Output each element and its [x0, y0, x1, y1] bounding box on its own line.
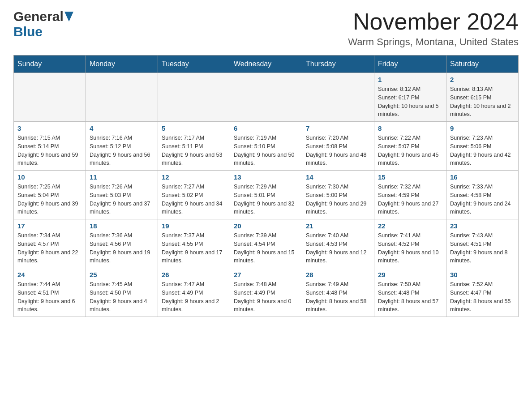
- logo-general-text: General: [13, 9, 64, 24]
- day-info: Sunrise: 8:13 AMSunset: 6:15 PMDaylight:…: [450, 85, 515, 119]
- calendar-cell: [158, 73, 230, 122]
- logo-arrow-icon: [64, 12, 73, 21]
- day-number: 9: [450, 124, 515, 132]
- day-number: 19: [162, 222, 226, 230]
- day-info: Sunrise: 7:49 AMSunset: 4:48 PMDaylight:…: [306, 280, 370, 314]
- calendar-cell: 9Sunrise: 7:23 AMSunset: 5:06 PMDaylight…: [446, 122, 519, 171]
- day-info: Sunrise: 7:22 AMSunset: 5:07 PMDaylight:…: [378, 134, 442, 167]
- calendar-cell: 23Sunrise: 7:43 AMSunset: 4:51 PMDayligh…: [446, 219, 519, 268]
- day-info: Sunrise: 7:37 AMSunset: 4:55 PMDaylight:…: [162, 231, 226, 265]
- day-info: Sunrise: 7:50 AMSunset: 4:48 PMDaylight:…: [378, 280, 442, 314]
- day-number: 7: [306, 124, 370, 132]
- day-info: Sunrise: 7:34 AMSunset: 4:57 PMDaylight:…: [17, 231, 82, 265]
- day-info: Sunrise: 8:12 AMSunset: 6:17 PMDaylight:…: [378, 85, 442, 119]
- day-info: Sunrise: 7:33 AMSunset: 4:58 PMDaylight:…: [450, 183, 515, 216]
- day-info: Sunrise: 7:47 AMSunset: 4:49 PMDaylight:…: [162, 280, 226, 314]
- weekday-header-wednesday: Wednesday: [230, 56, 302, 73]
- day-info: Sunrise: 7:36 AMSunset: 4:56 PMDaylight:…: [90, 231, 154, 265]
- calendar-cell: 21Sunrise: 7:40 AMSunset: 4:53 PMDayligh…: [302, 219, 374, 268]
- day-number: 11: [90, 173, 154, 181]
- weekday-header-tuesday: Tuesday: [158, 56, 230, 73]
- calendar-cell: [14, 73, 86, 122]
- calendar-cell: 17Sunrise: 7:34 AMSunset: 4:57 PMDayligh…: [14, 219, 86, 268]
- day-number: 25: [90, 271, 154, 278]
- day-info: Sunrise: 7:16 AMSunset: 5:12 PMDaylight:…: [90, 134, 154, 167]
- calendar-cell: 20Sunrise: 7:39 AMSunset: 4:54 PMDayligh…: [230, 219, 302, 268]
- day-info: Sunrise: 7:17 AMSunset: 5:11 PMDaylight:…: [162, 134, 226, 167]
- day-info: Sunrise: 7:48 AMSunset: 4:49 PMDaylight:…: [234, 280, 298, 314]
- day-info: Sunrise: 7:39 AMSunset: 4:54 PMDaylight:…: [234, 231, 298, 265]
- title-section: November 2024 Warm Springs, Montana, Uni…: [348, 9, 519, 48]
- page-header: General Blue November 2024 Warm Springs,…: [13, 9, 519, 48]
- calendar-cell: 25Sunrise: 7:45 AMSunset: 4:50 PMDayligh…: [86, 268, 158, 317]
- calendar-cell: 28Sunrise: 7:49 AMSunset: 4:48 PMDayligh…: [302, 268, 374, 317]
- day-number: 20: [234, 222, 298, 230]
- calendar-cell: 1Sunrise: 8:12 AMSunset: 6:17 PMDaylight…: [374, 73, 446, 122]
- calendar-cell: 8Sunrise: 7:22 AMSunset: 5:07 PMDaylight…: [374, 122, 446, 171]
- day-number: 16: [450, 173, 515, 181]
- calendar-cell: [302, 73, 374, 122]
- day-number: 15: [378, 173, 442, 181]
- day-info: Sunrise: 7:30 AMSunset: 5:00 PMDaylight:…: [306, 183, 370, 216]
- day-number: 22: [378, 222, 442, 230]
- calendar-cell: 29Sunrise: 7:50 AMSunset: 4:48 PMDayligh…: [374, 268, 446, 317]
- day-number: 13: [234, 173, 298, 181]
- calendar-cell: 6Sunrise: 7:19 AMSunset: 5:10 PMDaylight…: [230, 122, 302, 171]
- day-info: Sunrise: 7:52 AMSunset: 4:47 PMDaylight:…: [450, 280, 515, 314]
- calendar-week-row: 24Sunrise: 7:44 AMSunset: 4:51 PMDayligh…: [14, 268, 519, 317]
- day-info: Sunrise: 7:23 AMSunset: 5:06 PMDaylight:…: [450, 134, 515, 167]
- day-info: Sunrise: 7:43 AMSunset: 4:51 PMDaylight:…: [450, 231, 515, 265]
- day-info: Sunrise: 7:20 AMSunset: 5:08 PMDaylight:…: [306, 134, 370, 167]
- day-info: Sunrise: 7:27 AMSunset: 5:02 PMDaylight:…: [162, 183, 226, 216]
- weekday-header-thursday: Thursday: [302, 56, 374, 73]
- calendar-table: SundayMondayTuesdayWednesdayThursdayFrid…: [13, 55, 519, 317]
- calendar-cell: [230, 73, 302, 122]
- calendar-cell: 15Sunrise: 7:32 AMSunset: 4:59 PMDayligh…: [374, 171, 446, 219]
- calendar-cell: 5Sunrise: 7:17 AMSunset: 5:11 PMDaylight…: [158, 122, 230, 171]
- calendar-week-row: 17Sunrise: 7:34 AMSunset: 4:57 PMDayligh…: [14, 219, 519, 268]
- calendar-week-row: 10Sunrise: 7:25 AMSunset: 5:04 PMDayligh…: [14, 171, 519, 219]
- calendar-cell: 11Sunrise: 7:26 AMSunset: 5:03 PMDayligh…: [86, 171, 158, 219]
- day-info: Sunrise: 7:15 AMSunset: 5:14 PMDaylight:…: [17, 134, 82, 167]
- calendar-cell: 27Sunrise: 7:48 AMSunset: 4:49 PMDayligh…: [230, 268, 302, 317]
- day-info: Sunrise: 7:41 AMSunset: 4:52 PMDaylight:…: [378, 231, 442, 265]
- day-number: 12: [162, 173, 226, 181]
- calendar-cell: 14Sunrise: 7:30 AMSunset: 5:00 PMDayligh…: [302, 171, 374, 219]
- calendar-cell: 2Sunrise: 8:13 AMSunset: 6:15 PMDaylight…: [446, 73, 519, 122]
- weekday-header-friday: Friday: [374, 56, 446, 73]
- calendar-week-row: 1Sunrise: 8:12 AMSunset: 6:17 PMDaylight…: [14, 73, 519, 122]
- day-info: Sunrise: 7:29 AMSunset: 5:01 PMDaylight:…: [234, 183, 298, 216]
- day-info: Sunrise: 7:26 AMSunset: 5:03 PMDaylight:…: [90, 183, 154, 216]
- month-title: November 2024: [348, 9, 519, 34]
- svg-marker-0: [64, 12, 73, 21]
- day-info: Sunrise: 7:25 AMSunset: 5:04 PMDaylight:…: [17, 183, 82, 216]
- day-info: Sunrise: 7:19 AMSunset: 5:10 PMDaylight:…: [234, 134, 298, 167]
- day-number: 4: [90, 124, 154, 132]
- calendar-cell: [86, 73, 158, 122]
- logo: General Blue: [13, 9, 73, 39]
- day-number: 1: [378, 76, 442, 83]
- weekday-header-monday: Monday: [86, 56, 158, 73]
- calendar-cell: 26Sunrise: 7:47 AMSunset: 4:49 PMDayligh…: [158, 268, 230, 317]
- location-subtitle: Warm Springs, Montana, United States: [348, 36, 519, 48]
- day-number: 8: [378, 124, 442, 132]
- day-info: Sunrise: 7:44 AMSunset: 4:51 PMDaylight:…: [17, 280, 82, 314]
- logo-blue-text: Blue: [13, 24, 43, 39]
- day-info: Sunrise: 7:40 AMSunset: 4:53 PMDaylight:…: [306, 231, 370, 265]
- day-number: 6: [234, 124, 298, 132]
- day-info: Sunrise: 7:45 AMSunset: 4:50 PMDaylight:…: [90, 280, 154, 314]
- day-number: 2: [450, 76, 515, 83]
- day-number: 3: [17, 124, 82, 132]
- calendar-cell: 13Sunrise: 7:29 AMSunset: 5:01 PMDayligh…: [230, 171, 302, 219]
- calendar-cell: 22Sunrise: 7:41 AMSunset: 4:52 PMDayligh…: [374, 219, 446, 268]
- calendar-cell: 30Sunrise: 7:52 AMSunset: 4:47 PMDayligh…: [446, 268, 519, 317]
- day-number: 18: [90, 222, 154, 230]
- weekday-header-row: SundayMondayTuesdayWednesdayThursdayFrid…: [14, 56, 519, 73]
- day-number: 26: [162, 271, 226, 278]
- calendar-cell: 12Sunrise: 7:27 AMSunset: 5:02 PMDayligh…: [158, 171, 230, 219]
- day-number: 17: [17, 222, 82, 230]
- calendar-cell: 19Sunrise: 7:37 AMSunset: 4:55 PMDayligh…: [158, 219, 230, 268]
- day-number: 10: [17, 173, 82, 181]
- calendar-cell: 16Sunrise: 7:33 AMSunset: 4:58 PMDayligh…: [446, 171, 519, 219]
- day-number: 5: [162, 124, 226, 132]
